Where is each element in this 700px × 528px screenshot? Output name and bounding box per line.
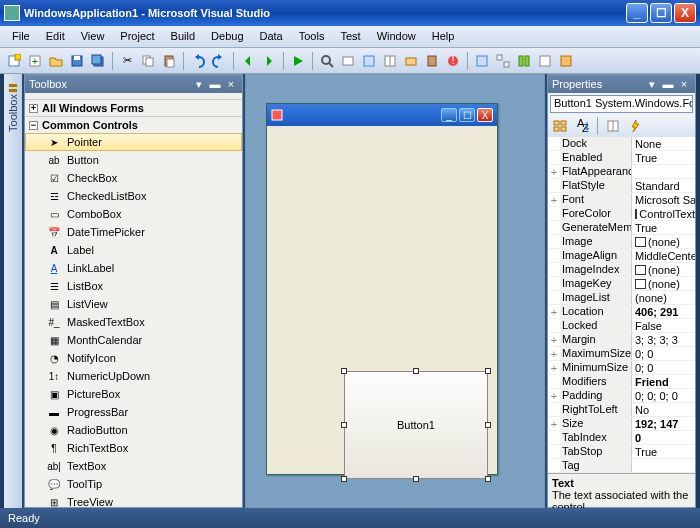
size-handle[interactable] [341,368,347,374]
new-project-button[interactable] [4,51,24,71]
expand-icon[interactable]: + [548,165,560,178]
expand-icon[interactable]: + [548,305,560,318]
toolbox-item-picturebox[interactable]: ▣PictureBox [25,385,242,403]
property-value[interactable]: True [632,221,695,234]
size-handle[interactable] [413,368,419,374]
expand-icon[interactable]: + [548,333,560,346]
property-value[interactable]: No [632,403,695,416]
toolbox-menu-icon[interactable]: ▾ [192,77,206,91]
property-row[interactable]: +Size192; 147 [548,417,695,431]
property-row[interactable]: +Location406; 291 [548,305,695,319]
find-button[interactable] [317,51,337,71]
property-row[interactable]: ImageAlignMiddleCenter [548,249,695,263]
size-handle[interactable] [485,368,491,374]
expand-icon[interactable]: + [548,417,560,430]
property-row[interactable]: ForeColorControlText [548,207,695,221]
document-outline-button[interactable] [535,51,555,71]
expand-icon[interactable]: + [548,389,560,402]
paste-button[interactable] [159,51,179,71]
toolbox-item-notifyicon[interactable]: ◔NotifyIcon [25,349,242,367]
form-close-icon[interactable]: X [477,108,493,122]
cut-button[interactable]: ✂ [117,51,137,71]
menu-project[interactable]: Project [112,26,162,47]
property-value[interactable]: (none) [632,277,695,290]
designer-button-control[interactable]: Button1 [344,371,488,479]
toolbox-item-checkbox[interactable]: ☑CheckBox [25,169,242,187]
property-value[interactable]: Microsoft Sans Se [632,193,695,206]
property-row[interactable]: +Padding0; 0; 0; 0 [548,389,695,403]
expand-icon[interactable]: + [29,104,38,113]
save-button[interactable] [67,51,87,71]
properties-object-combo[interactable]: Button1 System.Windows.Forms.But [550,95,693,113]
events-button[interactable] [625,117,645,135]
property-value[interactable]: True [632,445,695,458]
property-row[interactable]: TabIndex0 [548,431,695,445]
property-row[interactable]: FlatStyleStandard [548,179,695,193]
error-list-button[interactable]: ! [443,51,463,71]
size-handle[interactable] [485,422,491,428]
expand-icon[interactable]: + [548,193,560,206]
menu-test[interactable]: Test [332,26,368,47]
properties-pin-icon[interactable]: ▬ [661,77,675,91]
properties-button[interactable] [603,117,623,135]
size-handle[interactable] [341,422,347,428]
toolbox-close-icon[interactable]: × [224,77,238,91]
menu-tools[interactable]: Tools [291,26,333,47]
property-value[interactable]: (none) [632,235,695,248]
nav-back-button[interactable] [238,51,258,71]
code-button[interactable] [556,51,576,71]
property-value[interactable]: 3; 3; 3; 3 [632,333,695,346]
property-value[interactable]: False [632,319,695,332]
menu-view[interactable]: View [73,26,113,47]
toolbox-item-linklabel[interactable]: ALinkLabel [25,259,242,277]
property-value[interactable]: ControlText [632,207,695,220]
form-maximize-icon[interactable]: ☐ [459,108,475,122]
size-handle[interactable] [413,476,419,482]
nav-forward-button[interactable] [259,51,279,71]
menu-data[interactable]: Data [252,26,291,47]
toolbox-item-listview[interactable]: ▤ListView [25,295,242,313]
toolbox-item-numericupdown[interactable]: 1↕NumericUpDown [25,367,242,385]
property-value[interactable]: True [632,151,695,164]
toolbox-item-treeview[interactable]: ⊞TreeView [25,493,242,507]
close-button[interactable]: X [674,3,696,23]
property-row[interactable]: +MinimumSize0; 0 [548,361,695,375]
property-row[interactable]: EnabledTrue [548,151,695,165]
start-debug-button[interactable] [288,51,308,71]
expand-icon[interactable]: + [548,361,560,374]
toolbox-item-tooltip[interactable]: 💬ToolTip [25,475,242,493]
size-handle[interactable] [485,476,491,482]
property-row[interactable]: TabStopTrue [548,445,695,459]
property-value[interactable]: 0; 0; 0; 0 [632,389,695,402]
property-value[interactable]: Friend [632,375,695,388]
categorized-button[interactable] [550,117,570,135]
property-value[interactable]: 192; 147 [632,417,695,430]
property-row[interactable]: RightToLeftNo [548,403,695,417]
properties-window-button[interactable] [380,51,400,71]
property-row[interactable]: +MaximumSize0; 0 [548,347,695,361]
property-row[interactable]: ImageIndex(none) [548,263,695,277]
class-view-button[interactable] [472,51,492,71]
property-value[interactable]: (none) [632,263,695,276]
toolbox-item-richtextbox[interactable]: ¶RichTextBox [25,439,242,457]
toolbox-group[interactable]: +All Windows Forms [25,99,242,116]
property-value[interactable]: 0; 0 [632,361,695,374]
properties-close-icon[interactable]: × [677,77,691,91]
form-designer[interactable]: _ ☐ X Button1 [245,74,545,508]
side-rail[interactable]: Toolbox [4,74,22,508]
minimize-button[interactable]: _ [626,3,648,23]
toolbox-item-pointer[interactable]: ➤Pointer [25,133,242,151]
toolbox-item-monthcalendar[interactable]: ▦MonthCalendar [25,331,242,349]
copy-button[interactable] [138,51,158,71]
property-value[interactable] [632,165,695,178]
properties-menu-icon[interactable]: ▾ [645,77,659,91]
expand-icon[interactable]: − [29,121,38,130]
toolbox-item-radiobutton[interactable]: ◉RadioButton [25,421,242,439]
add-item-button[interactable]: + [25,51,45,71]
menu-debug[interactable]: Debug [203,26,251,47]
alphabetical-button[interactable]: AZ [572,117,592,135]
toolbox-item-listbox[interactable]: ☰ListBox [25,277,242,295]
property-row[interactable]: LockedFalse [548,319,695,333]
toolbox-item-label[interactable]: ALabel [25,241,242,259]
property-row[interactable]: Image(none) [548,235,695,249]
